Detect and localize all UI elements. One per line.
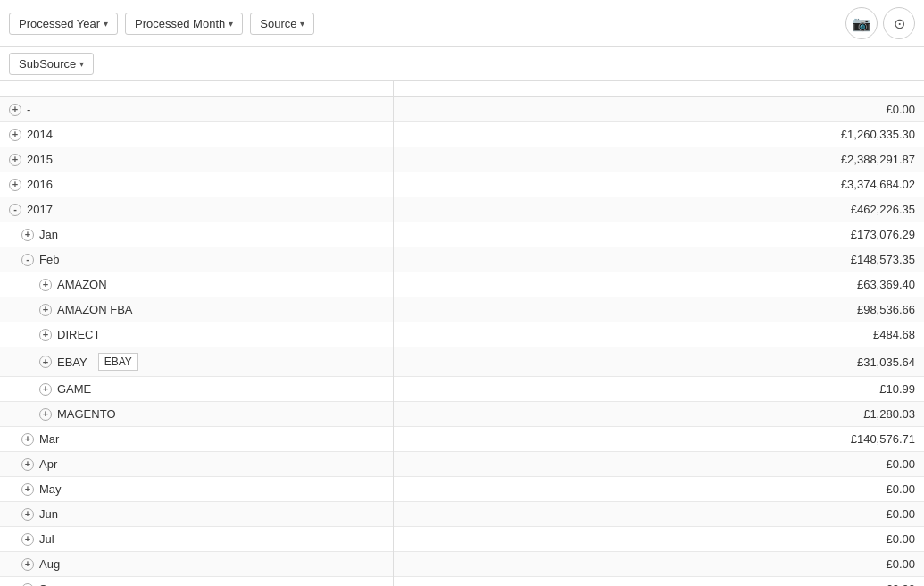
row-value-cell: £0.00 xyxy=(393,527,924,552)
row-label-cell: + 2015 xyxy=(0,147,393,172)
row-label-cell: - Feb xyxy=(0,247,393,272)
row-label-cell: + AMAZON xyxy=(0,272,393,297)
table-row: - 2017 £462,226.35 xyxy=(0,197,924,222)
row-label-cell: + Sep xyxy=(0,577,393,587)
row-value-cell: £31,035.64 xyxy=(393,347,924,377)
row-label-cell: + Jan xyxy=(0,222,393,247)
table-row: + Apr £0.00 xyxy=(0,452,924,477)
row-label-cell: + Jul xyxy=(0,527,393,552)
expand-icon[interactable]: + xyxy=(9,154,21,166)
expand-icon[interactable]: - xyxy=(21,254,34,266)
row-label-text: Aug xyxy=(39,557,60,571)
table-row: + May £0.00 xyxy=(0,477,924,502)
row-value-cell: £0.00 xyxy=(393,577,924,587)
row-value-cell: £1,280.03 xyxy=(393,402,924,427)
filter-subsource[interactable]: SubSource▾ xyxy=(9,53,94,75)
table-row: + Jun £0.00 xyxy=(0,502,924,527)
expand-icon[interactable]: + xyxy=(21,558,34,571)
row-label-text: Feb xyxy=(39,253,59,266)
expand-icon[interactable]: + xyxy=(9,179,21,191)
expand-icon[interactable]: + xyxy=(39,304,52,316)
row-value-cell: £0.00 xyxy=(393,477,924,502)
row-label-cell: + EBAY EBAY xyxy=(0,347,393,377)
row-label-text: AMAZON xyxy=(57,278,107,291)
table-row: + 2014 £1,260,335.30 xyxy=(0,122,924,147)
table-row: + AMAZON FBA £98,536.66 xyxy=(0,297,924,322)
row-label-cell: + AMAZON FBA xyxy=(0,297,393,322)
row-value-cell: £0.00 xyxy=(393,502,924,527)
table-row: + DIRECT £484.68 xyxy=(0,322,924,347)
tooltip-box: EBAY xyxy=(98,353,138,371)
row-label-cell: + Aug xyxy=(0,552,393,577)
expand-icon[interactable]: + xyxy=(9,129,21,141)
expand-icon[interactable]: + xyxy=(9,104,21,116)
row-label-text: GAME xyxy=(57,382,91,396)
filter-processed-year[interactable]: Processed Year▾ xyxy=(9,13,118,35)
row-label-text: Mar xyxy=(39,432,59,446)
row-label-text: 2014 xyxy=(27,128,53,141)
table-row: + - £0.00 xyxy=(0,96,924,122)
table-container: + - £0.00 + 2014 £1,260,335.30 + 2015 £2… xyxy=(0,81,924,586)
value-col-header xyxy=(393,81,924,96)
expand-icon[interactable]: + xyxy=(39,279,52,291)
expand-icon[interactable]: + xyxy=(21,433,34,446)
row-label-text: Jun xyxy=(39,507,58,521)
row-label-text: EBAY xyxy=(57,356,87,369)
row-label-text: Jan xyxy=(39,228,58,241)
table-row: + Sep £0.00 xyxy=(0,577,924,587)
row-value-cell: £0.00 xyxy=(393,96,924,122)
row-label-cell: + 2016 xyxy=(0,172,393,197)
row-value-cell: £484.68 xyxy=(393,322,924,347)
table-row: + AMAZON £63,369.40 xyxy=(0,272,924,297)
row-label-text: Sep xyxy=(39,582,60,586)
row-value-cell: £1,260,335.30 xyxy=(393,122,924,147)
row-value-cell: £140,576.71 xyxy=(393,427,924,452)
table-row: + 2016 £3,374,684.02 xyxy=(0,172,924,197)
row-label-text: DIRECT xyxy=(57,328,100,341)
row-label-cell: + Apr xyxy=(0,452,393,477)
row-label-text: 2015 xyxy=(27,153,53,166)
expand-icon[interactable]: + xyxy=(21,508,34,521)
expand-icon[interactable]: + xyxy=(21,229,34,241)
row-label-text: AMAZON FBA xyxy=(57,303,133,316)
row-label-text: 2016 xyxy=(27,178,53,191)
filter-source[interactable]: Source▾ xyxy=(250,13,314,35)
expand-icon[interactable]: - xyxy=(9,204,21,216)
screenshot-button[interactable]: 📷 xyxy=(845,7,878,39)
expand-icon[interactable]: + xyxy=(39,329,52,341)
row-label-cell: + Jun xyxy=(0,502,393,527)
table-row: + Aug £0.00 xyxy=(0,552,924,577)
row-value-cell: £10.99 xyxy=(393,377,924,402)
sub-bar: SubSource▾ xyxy=(0,47,924,81)
row-value-cell: £0.00 xyxy=(393,552,924,577)
filter-processed-month[interactable]: Processed Month▾ xyxy=(125,13,243,35)
top-bar: Processed Year▾Processed Month▾Source▾ 📷… xyxy=(0,0,924,47)
row-label-text: - xyxy=(27,103,30,116)
icon-row: 📷 ⊙ xyxy=(845,7,915,39)
expand-icon[interactable]: + xyxy=(21,583,34,587)
row-value-cell: £2,388,291.87 xyxy=(393,147,924,172)
row-label-cell: - 2017 xyxy=(0,197,393,222)
filters-row: Processed Year▾Processed Month▾Source▾ xyxy=(9,13,314,35)
data-table: + - £0.00 + 2014 £1,260,335.30 + 2015 £2… xyxy=(0,81,924,586)
expand-icon[interactable]: + xyxy=(21,483,34,496)
row-label-cell: + GAME xyxy=(0,377,393,402)
row-value-cell: £63,369.40 xyxy=(393,272,924,297)
row-label-text: May xyxy=(39,482,62,496)
expand-icon[interactable]: + xyxy=(39,383,52,396)
expand-icon[interactable]: + xyxy=(39,356,52,368)
table-row: + EBAY EBAY £31,035.64 xyxy=(0,347,924,377)
expand-icon[interactable]: + xyxy=(21,533,34,546)
row-value-cell: £173,076.29 xyxy=(393,222,924,247)
table-row: + Jan £173,076.29 xyxy=(0,222,924,247)
expand-icon[interactable]: + xyxy=(39,408,52,421)
target-button[interactable]: ⊙ xyxy=(883,7,915,39)
row-value-cell: £462,226.35 xyxy=(393,197,924,222)
row-value-cell: £148,573.35 xyxy=(393,247,924,272)
row-label-cell: + May xyxy=(0,477,393,502)
table-row: + 2015 £2,388,291.87 xyxy=(0,147,924,172)
row-label-text: 2017 xyxy=(27,203,53,216)
table-row: - Feb £148,573.35 xyxy=(0,247,924,272)
row-header-col xyxy=(0,81,393,96)
expand-icon[interactable]: + xyxy=(21,458,34,471)
